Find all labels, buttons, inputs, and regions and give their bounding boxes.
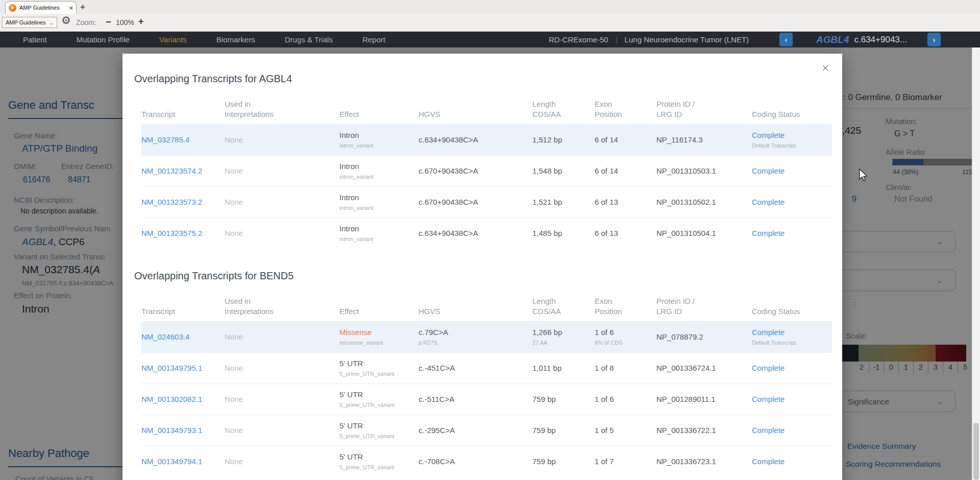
exon-position: 6 of 13 <box>595 218 656 249</box>
used-in-interpretations: None <box>225 187 339 218</box>
length-cds-aa: 759 bp <box>532 415 595 446</box>
hgvs: c.-708C>A <box>419 446 532 477</box>
column-header: Effect <box>339 293 419 321</box>
close-icon[interactable]: × <box>822 62 829 74</box>
exon-position: 1 of 5 <box>595 415 656 446</box>
coding-status-link[interactable]: Complete <box>752 218 832 249</box>
close-tab-icon[interactable]: × <box>69 4 73 12</box>
previous-variant-button[interactable]: ‹ <box>779 33 793 46</box>
transcript-link[interactable]: NM_001349794.1 <box>141 446 225 477</box>
protein-id: NP_001336724.1 <box>656 353 752 383</box>
current-variant: c.634+9043... <box>854 35 907 45</box>
exon-position: 1 of 8 <box>595 353 656 383</box>
hgvs: c.670+90438C>A <box>419 187 532 218</box>
mouse-cursor <box>859 169 870 182</box>
table-body: NM_024603.4NoneMissensemissense_variantc… <box>141 321 832 477</box>
coding-status-link[interactable]: Complete <box>752 187 832 218</box>
toolbar: AMP Guidelines ⌄ ⚙ Zoom: − 100% + <box>0 14 980 32</box>
column-header: Protein ID /LRG ID <box>656 95 752 124</box>
column-header: Transcript <box>141 95 225 124</box>
column-header: Used inInterpretations <box>225 293 339 321</box>
exon-position: 1 of 66% of CDS <box>595 322 656 352</box>
effect: 5' UTR5_prime_UTR_variant <box>339 353 419 383</box>
length-cds-aa: 1,512 bp <box>532 125 595 155</box>
transcript-row: NM_001323574.2NoneIntronintron_variantc.… <box>141 155 832 186</box>
screen: V AMP Guidelines × + AMP Guidelines ⌄ ⚙ … <box>0 0 980 480</box>
protein-id: NP_078879.2 <box>656 322 752 352</box>
column-header: HGVS <box>419 293 532 321</box>
diagnosis: Lung Neuroendocrine Tumor (LNET) <box>625 35 749 44</box>
next-variant-button[interactable]: › <box>927 33 941 46</box>
effect: 5' UTR5_prime_UTR_variant <box>339 446 419 477</box>
nav-biomarkers[interactable]: Biomarkers <box>216 35 255 44</box>
used-in-interpretations: None <box>225 218 339 249</box>
zoom-value: 100% <box>116 18 134 27</box>
nav-drugs-trials[interactable]: Drugs & Trials <box>285 35 333 44</box>
browser-tab[interactable]: V AMP Guidelines × <box>5 1 77 14</box>
used-in-interpretations: None <box>225 156 339 186</box>
vertical-scrollbar[interactable] <box>972 47 980 480</box>
scrollbar-thumb[interactable] <box>973 423 979 480</box>
nav-divider: | <box>616 35 618 44</box>
exon-position: 6 of 14 <box>595 156 656 186</box>
protein-id: NP_001336723.1 <box>656 446 752 477</box>
coding-status-link[interactable]: CompleteDefault Transcript <box>752 322 832 352</box>
coding-status-link[interactable]: Complete <box>752 415 832 446</box>
guideline-select[interactable]: AMP Guidelines ⌄ <box>2 17 57 28</box>
transcript-link[interactable]: NM_001323574.2 <box>141 156 225 186</box>
effect: Intronintron_variant <box>339 156 419 186</box>
exon-position: 1 of 6 <box>595 384 656 415</box>
protein-id: NP_001310502.1 <box>656 187 752 218</box>
app-logo-icon: V <box>9 4 16 12</box>
protein-id: NP_001310503.1 <box>656 156 752 186</box>
zoom-out-button[interactable]: − <box>106 17 111 28</box>
zoom-in-button[interactable]: + <box>138 16 144 27</box>
coding-status-link[interactable]: CompleteDefault Transcript <box>752 125 832 155</box>
transcript-link[interactable]: NM_001302082.1 <box>141 384 225 415</box>
hgvs: c.634+90438C>A <box>419 218 532 249</box>
zoom-label: Zoom: <box>76 18 96 27</box>
nav-report[interactable]: Report <box>362 35 385 44</box>
used-in-interpretations: None <box>225 322 339 352</box>
length-cds-aa: 1,266 bp27 AA <box>532 322 595 352</box>
app-navbar: Patient Mutation Profile Variants Biomar… <box>0 32 980 47</box>
coding-status-link[interactable]: Complete <box>752 156 832 186</box>
new-tab-button[interactable]: + <box>80 2 85 12</box>
used-in-interpretations: None <box>225 415 339 446</box>
protein-id: NP_001289011.1 <box>656 384 752 415</box>
guideline-select-value: AMP Guidelines <box>6 19 46 26</box>
transcript-link[interactable]: NM_024603.4 <box>141 322 225 352</box>
used-in-interpretations: None <box>225 353 339 383</box>
column-header: LengthCDS/AA <box>532 293 595 321</box>
transcript-link[interactable]: NM_001349793.1 <box>141 415 225 446</box>
protein-id: NP_116174.3 <box>656 125 752 155</box>
hgvs: c.79C>Ap.R27S <box>419 322 532 352</box>
transcript-link[interactable]: NM_001323575.2 <box>141 218 225 249</box>
transcript-row: NM_024603.4NoneMissensemissense_variantc… <box>141 321 832 352</box>
protein-id: NP_001310504.1 <box>656 218 752 249</box>
transcript-link[interactable]: NM_001349795.1 <box>141 353 225 383</box>
coding-status-link[interactable]: Complete <box>752 384 832 415</box>
nav-variants[interactable]: Variants <box>159 35 187 44</box>
transcript-link[interactable]: NM_032785.4 <box>141 125 225 155</box>
length-cds-aa: 1,521 bp <box>532 187 595 218</box>
hgvs: c.-511C>A <box>419 384 532 415</box>
hgvs: c.634+90438C>A <box>419 125 532 155</box>
length-cds-aa: 759 bp <box>532 446 595 477</box>
column-header: Effect <box>339 95 419 124</box>
column-header: Transcript <box>141 293 225 321</box>
nav-patient[interactable]: Patient <box>23 35 47 44</box>
table-body: NM_032785.4NoneIntronintron_variantc.634… <box>141 124 832 249</box>
transcripts-table-bend5: TranscriptUsed inInterpretations Effect … <box>141 293 832 477</box>
tab-title: AMP Guidelines <box>19 5 69 11</box>
length-cds-aa: 1,011 bp <box>532 353 595 383</box>
effect: Intronintron_variant <box>339 125 419 155</box>
gear-icon[interactable]: ⚙ <box>61 14 71 27</box>
nav-mutation-profile[interactable]: Mutation Profile <box>77 35 130 44</box>
transcript-link[interactable]: NM_001323573.2 <box>141 187 225 218</box>
coding-status-link[interactable]: Complete <box>752 353 832 383</box>
effect: Intronintron_variant <box>339 218 419 249</box>
exon-position: 6 of 14 <box>595 125 656 155</box>
coding-status-link[interactable]: Complete <box>752 446 832 477</box>
column-header: ExonPosition <box>595 95 656 124</box>
